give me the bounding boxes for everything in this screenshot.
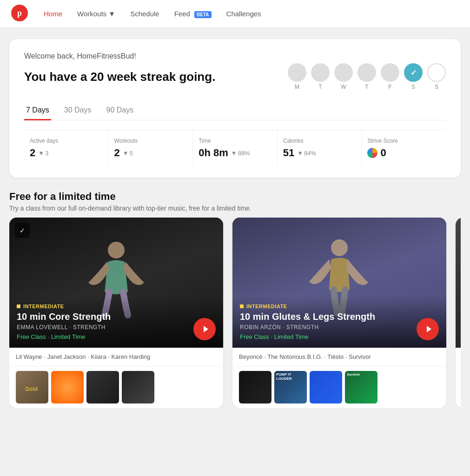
beta-badge: BETA: [194, 11, 211, 18]
nav-links: Home Workouts ▼ Schedule Feed BETA Chall…: [37, 6, 268, 21]
stat-active-days: Active days 2 ▼ 3: [24, 130, 109, 166]
card-title-1: 10 min Core Strength: [17, 311, 216, 322]
nav-feed[interactable]: Feed BETA: [168, 6, 218, 21]
checkmark-icon: ✓: [410, 68, 417, 77]
svg-marker-6: [427, 326, 431, 332]
svg-marker-3: [204, 326, 208, 332]
stats-row: Active days 2 ▼ 3 Workouts 2 ▼ 5: [24, 130, 446, 166]
card-title-2: 10 min Glutes & Legs Strength: [240, 311, 439, 322]
nav-schedule[interactable]: Schedule: [124, 6, 166, 21]
album-thumb-6: PUMP IT LOUDER: [274, 371, 307, 403]
stat-time: Time 0h 8m ▼ 88%: [193, 130, 278, 166]
day-friday: F: [381, 63, 399, 90]
day-circle-w: [334, 63, 353, 82]
active-days-change: ▼ 3: [38, 150, 48, 157]
tab-30days[interactable]: 30 Days: [62, 101, 93, 120]
workout-cards-row: ✓ INTERMEDIATE 10 min Core Strength EMMA…: [9, 218, 461, 408]
time-label: Time: [199, 138, 271, 144]
card-instructor-1: EMMA LOVEWELL · STRENGTH: [17, 324, 216, 331]
card-music-2: Beyoncé · The Notorious B.I.G. · Tiësto …: [232, 348, 446, 366]
welcome-text: Welcome back, HomeFitnessBud!: [24, 52, 446, 60]
day-circle-t2: [357, 63, 376, 82]
strive-score-value: 0: [367, 147, 440, 159]
calories-label: Calories: [283, 138, 356, 144]
arrow-down-icon-2: ▼: [123, 150, 129, 157]
svg-text:p: p: [17, 8, 22, 18]
workouts-change: ▼ 5: [123, 150, 133, 157]
svg-point-5: [331, 239, 348, 256]
day-label-w: W: [341, 84, 346, 90]
svg-point-2: [108, 242, 125, 258]
active-days-number: 2: [30, 147, 35, 159]
time-change: ▼ 88%: [231, 150, 250, 157]
difficulty-dot-2: [240, 304, 244, 308]
tab-7days[interactable]: 7 Days: [24, 101, 51, 120]
days-circle-row: M T W T: [288, 63, 446, 90]
strive-score-number: 0: [380, 147, 386, 159]
tab-90days[interactable]: 90 Days: [105, 101, 136, 120]
day-circle-t1: [311, 63, 330, 82]
arrow-down-icon-3: ▼: [231, 150, 237, 157]
difficulty-badge-1: INTERMEDIATE: [17, 304, 216, 309]
stat-strive-score: Strive Score 0: [362, 130, 446, 166]
arrow-down-icon: ▼: [38, 150, 44, 157]
day-circle-s2: [427, 63, 446, 82]
streak-title: You have a 20 week streak going.: [24, 70, 215, 84]
active-days-value: 2 ▼ 3: [30, 147, 103, 159]
stat-workouts: Workouts 2 ▼ 5: [109, 130, 193, 166]
card-video-2: INTERMEDIATE 10 min Glutes & Legs Streng…: [232, 218, 446, 348]
album-thumb-7: [310, 371, 342, 403]
workout-card-partial: [456, 218, 461, 408]
workout-card-glutes-legs[interactable]: INTERMEDIATE 10 min Glutes & Legs Streng…: [232, 218, 446, 408]
workouts-label: Workouts: [114, 138, 187, 144]
card-albums-2: PUMP IT LOUDER Survivor: [232, 366, 446, 408]
album-thumb-8: Survivor: [345, 371, 377, 403]
chevron-down-icon: ▼: [108, 10, 115, 18]
day-circle-m: [288, 63, 306, 82]
free-section-subtitle: Try a class from our full on-demand libr…: [9, 205, 461, 212]
arrow-down-icon-4: ▼: [297, 150, 303, 157]
day-label-s1: S: [411, 84, 415, 90]
main-content: Welcome back, HomeFitnessBud! You have a…: [0, 28, 470, 419]
difficulty-dot-1: [17, 304, 20, 308]
day-label-m: M: [295, 84, 299, 90]
day-saturday: ✓ S: [404, 63, 423, 90]
day-label-f: F: [388, 84, 391, 90]
day-thursday: T: [357, 63, 376, 90]
strive-score-label: Strive Score: [367, 138, 440, 144]
card-free-label-2: Free Class · Limited Time: [240, 333, 439, 340]
card-overlay-2: INTERMEDIATE 10 min Glutes & Legs Streng…: [232, 296, 446, 348]
card-albums-1: Gold: [9, 366, 223, 408]
card-instructor-2: ROBIN ARZÓN · STRENGTH: [240, 324, 439, 331]
day-sunday: S: [427, 63, 446, 90]
card-free-label-1: Free Class · Limited Time: [17, 333, 216, 340]
card-music-1: Lil Wayne · Janet Jackson · Kiiara · Kar…: [9, 348, 223, 366]
navbar: p Home Workouts ▼ Schedule Feed BETA Cha…: [0, 0, 470, 28]
difficulty-badge-2: INTERMEDIATE: [240, 304, 439, 309]
streak-row: You have a 20 week streak going. M T W: [24, 63, 446, 90]
period-tabs: 7 Days 30 Days 90 Days: [24, 101, 446, 120]
calories-number: 51: [283, 147, 294, 159]
card-video-1: ✓ INTERMEDIATE 10 min Core Strength EMMA…: [9, 218, 223, 348]
logo[interactable]: p: [11, 5, 28, 23]
workouts-number: 2: [114, 147, 120, 159]
calories-change: ▼ 84%: [297, 150, 316, 157]
album-thumb-5: [239, 371, 271, 403]
album-thumb-3: [86, 371, 119, 403]
play-button-1[interactable]: [193, 318, 216, 340]
completed-checkmark: ✓: [15, 223, 30, 238]
nav-challenges[interactable]: Challenges: [220, 6, 268, 21]
workouts-value: 2 ▼ 5: [114, 147, 187, 159]
day-circle-s1: ✓: [404, 63, 423, 82]
active-days-label: Active days: [30, 138, 103, 144]
nav-workouts[interactable]: Workouts ▼: [71, 6, 122, 21]
day-label-s2: S: [435, 84, 438, 90]
nav-home[interactable]: Home: [37, 6, 69, 21]
card-overlay-1: INTERMEDIATE 10 min Core Strength EMMA L…: [9, 296, 223, 348]
day-label-t2: T: [365, 84, 368, 90]
time-number: 0h 8m: [199, 147, 228, 159]
workout-card-core-strength[interactable]: ✓ INTERMEDIATE 10 min Core Strength EMMA…: [9, 218, 223, 408]
day-tuesday: T: [311, 63, 330, 90]
day-monday: M: [288, 63, 306, 90]
play-button-2[interactable]: [417, 318, 439, 340]
